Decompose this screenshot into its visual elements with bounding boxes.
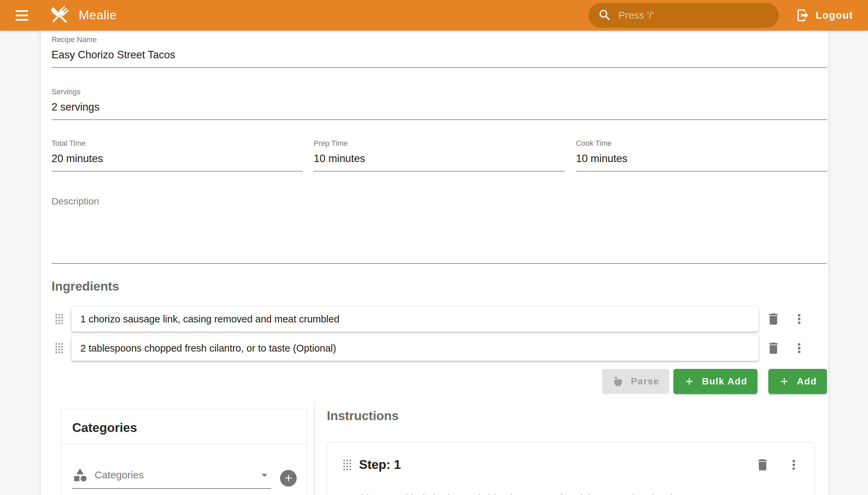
ingredient-menu-button[interactable] — [790, 310, 808, 328]
total-time-field: Total Time — [52, 137, 303, 172]
recipe-editor-card: Recipe Name Servings Total Time Prep Tim… — [41, 31, 828, 495]
categories-column: Categories Categories — [52, 401, 315, 495]
ingredients-heading: Ingredients — [52, 279, 827, 294]
total-time-label: Total Time — [52, 137, 303, 148]
description-textarea[interactable] — [52, 207, 827, 264]
step-title: Step: 1 — [359, 458, 754, 472]
ingredient-input[interactable] — [71, 336, 759, 361]
parse-label: Parse — [631, 376, 659, 387]
parse-button[interactable]: Parse — [602, 369, 669, 394]
search-icon — [598, 8, 612, 22]
description-field: Description — [52, 196, 827, 264]
plus-icon — [779, 376, 790, 387]
categories-select-label: Categories — [95, 469, 251, 481]
ingredient-row — [52, 336, 808, 361]
servings-input[interactable] — [52, 96, 827, 120]
step-text[interactable]: Combine crumbled chorizo and chipotle pe… — [339, 491, 803, 495]
search-input[interactable] — [618, 10, 776, 21]
app-bar: Mealie Logout — [0, 0, 868, 31]
drag-handle-icon[interactable] — [56, 312, 63, 326]
categories-select[interactable]: Categories — [72, 467, 271, 489]
plus-icon — [283, 473, 294, 483]
instructions-heading: Instructions — [327, 409, 815, 423]
recipe-name-label: Recipe Name — [52, 33, 827, 44]
step-card: Step: 1 C — [327, 442, 815, 495]
prep-time-input[interactable] — [313, 148, 564, 172]
menu-icon[interactable] — [12, 5, 32, 25]
cook-time-field: Cook Time — [576, 137, 827, 172]
mealie-logo-icon — [48, 4, 70, 27]
categories-title: Categories — [62, 409, 307, 444]
ingredient-row — [52, 307, 808, 331]
trash-icon — [755, 457, 770, 472]
add-category-button[interactable] — [280, 470, 297, 487]
trash-icon — [766, 341, 781, 356]
delete-ingredient-button[interactable] — [765, 310, 782, 328]
drag-handle-icon[interactable] — [343, 458, 351, 472]
prep-time-label: Prep Time — [313, 137, 564, 148]
lower-section: Categories Categories — [52, 401, 827, 495]
logout-label: Logout — [815, 10, 853, 21]
servings-field: Servings — [52, 85, 827, 120]
drag-handle-icon[interactable] — [56, 341, 63, 355]
kebab-icon — [786, 457, 801, 472]
cook-time-label: Cook Time — [576, 137, 827, 148]
page-background: Recipe Name Servings Total Time Prep Tim… — [0, 31, 868, 495]
chevron-down-icon — [258, 468, 271, 482]
add-button[interactable]: Add — [768, 369, 827, 394]
kebab-icon — [792, 341, 806, 356]
apple-icon — [612, 376, 624, 387]
ingredients-list — [52, 307, 827, 361]
ingredient-input[interactable] — [71, 307, 759, 331]
categories-card: Categories Categories — [61, 409, 307, 495]
add-label: Add — [797, 376, 817, 387]
logout-button[interactable]: Logout — [793, 3, 856, 27]
prep-time-field: Prep Time — [313, 137, 564, 172]
kebab-icon — [792, 311, 806, 326]
logout-icon — [796, 8, 810, 22]
times-row: Total Time Prep Time Cook Time — [52, 137, 827, 172]
delete-step-button[interactable] — [754, 456, 771, 474]
instructions-column: Instructions — [315, 401, 827, 495]
ingredient-menu-button[interactable] — [790, 339, 808, 357]
divider — [62, 444, 307, 444]
recipe-name-input[interactable] — [52, 44, 827, 68]
recipe-name-field: Recipe Name — [52, 33, 827, 68]
cook-time-input[interactable] — [576, 148, 827, 172]
delete-ingredient-button[interactable] — [765, 339, 782, 357]
trash-icon — [766, 311, 781, 326]
servings-label: Servings — [52, 85, 827, 96]
description-label: Description — [52, 196, 99, 206]
step-menu-button[interactable] — [785, 456, 803, 474]
search-box[interactable] — [588, 3, 779, 28]
bulk-add-button[interactable]: Bulk Add — [674, 369, 758, 394]
ingredients-actions: Parse Bulk Add Add — [52, 369, 827, 394]
plus-icon — [683, 376, 695, 387]
shapes-icon — [72, 467, 88, 483]
app-title: Mealie — [79, 8, 117, 22]
total-time-input[interactable] — [52, 148, 303, 172]
bulk-add-label: Bulk Add — [702, 376, 747, 387]
